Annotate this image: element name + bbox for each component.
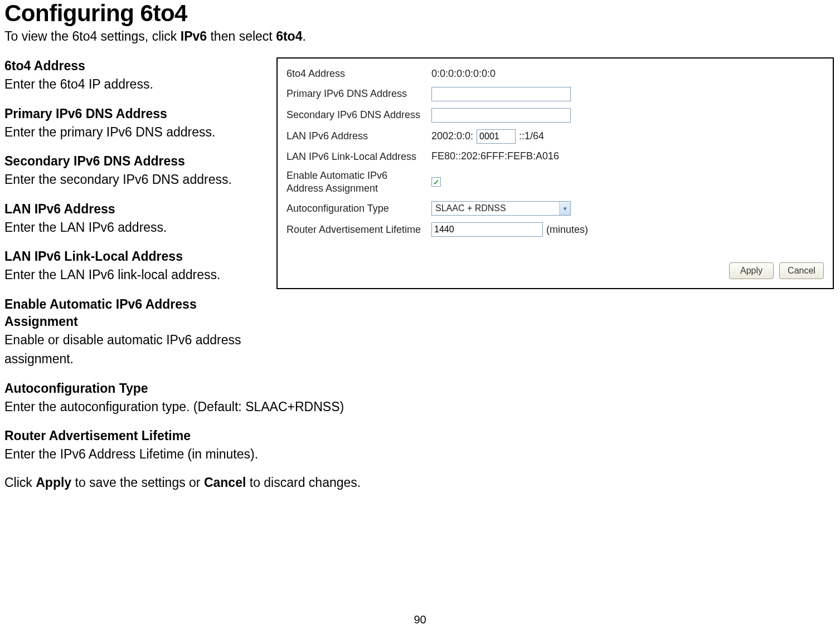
intro-pre: To view the 6to4 settings, click: [4, 29, 181, 43]
row-secondary-dns: Secondary IPv6 DNS Address: [287, 105, 824, 126]
intro-mid: then select: [207, 29, 276, 43]
apply-button[interactable]: Apply: [729, 262, 774, 279]
router-adv-unit: (minutes): [546, 224, 588, 236]
def-desc: Enter the IPv6 Address Lifetime (in minu…: [4, 445, 836, 464]
intro-post: .: [302, 29, 305, 43]
value-6to4: 0:0:0:0:0:0:0:0: [431, 68, 496, 80]
row-autoconf-type: Autoconfiguration Type SLAAC + RDNSS ▾: [287, 198, 824, 219]
final-cancel: Cancel: [204, 475, 246, 490]
secondary-dns-input[interactable]: [431, 108, 571, 123]
page-number: 90: [0, 613, 840, 626]
def-lan-ipv6: LAN IPv6 Address Enter the LAN IPv6 addr…: [4, 201, 261, 237]
enable-auto-checkbox[interactable]: ✓: [431, 177, 441, 187]
label-secondary-dns: Secondary IPv6 DNS Address: [287, 109, 431, 121]
def-desc: Enter the LAN IPv6 link-local address.: [4, 265, 261, 285]
def-desc: Enter the LAN IPv6 address.: [4, 218, 261, 237]
value-lan-linklocal: FE80::202:6FFF:FEFB:A016: [431, 150, 559, 162]
intro-6to4: 6to4: [276, 29, 302, 43]
def-lan-linklocal: LAN IPv6 Link-Local Address Enter the LA…: [4, 248, 261, 285]
intro-text: To view the 6to4 settings, click IPv6 th…: [4, 29, 836, 44]
def-term: LAN IPv6 Address: [4, 201, 261, 218]
label-router-adv: Router Advertisement Lifetime: [287, 223, 431, 236]
def-term: LAN IPv6 Link-Local Address: [4, 248, 261, 265]
row-primary-dns: Primary IPv6 DNS Address: [287, 84, 824, 105]
label-lan-linklocal: LAN IPv6 Link-Local Address: [287, 150, 431, 163]
intro-ipv6: IPv6: [181, 29, 207, 43]
def-desc: Enter the secondary IPv6 DNS address.: [4, 170, 261, 189]
autoconf-type-select[interactable]: SLAAC + RDNSS ▾: [431, 201, 571, 216]
label-enable-auto: Enable Automatic IPv6 Address Assignment: [287, 169, 431, 194]
def-desc: Enter the 6to4 IP address.: [4, 75, 261, 94]
def-desc: Enable or disable automatic IPv6 address…: [4, 330, 261, 369]
panel-footer: Apply Cancel: [287, 240, 824, 281]
def-term: Router Advertisement Lifetime: [4, 427, 836, 445]
definitions-column: 6to4 Address Enter the 6to4 IP address. …: [4, 57, 261, 380]
settings-panel: 6to4 Address 0:0:0:0:0:0:0:0 Primary IPv…: [276, 57, 834, 289]
label-autoconf-type: Autoconfiguration Type: [287, 202, 431, 215]
final-apply: Apply: [36, 475, 71, 490]
row-lan-ipv6: LAN IPv6 Address 2002:0:0: ::1/64: [287, 126, 824, 147]
def-term: 6to4 Address: [4, 57, 261, 75]
autoconf-type-value: SLAAC + RDNSS: [435, 203, 506, 213]
cancel-button[interactable]: Cancel: [779, 262, 824, 279]
page-title: Configuring 6to4: [4, 0, 836, 27]
final-instruction: Click Apply to save the settings or Canc…: [4, 475, 836, 490]
label-primary-dns: Primary IPv6 DNS Address: [287, 87, 431, 100]
router-adv-input[interactable]: [431, 222, 543, 237]
def-desc: Enter the autoconfiguration type. (Defau…: [4, 397, 836, 417]
def-router-adv: Router Advertisement Lifetime Enter the …: [4, 427, 836, 464]
def-term: Secondary IPv6 DNS Address: [4, 153, 261, 170]
final-mid: to save the settings or: [71, 475, 204, 490]
def-6to4-address: 6to4 Address Enter the 6to4 IP address.: [4, 57, 261, 94]
def-enable-auto: Enable Automatic IPv6 Address Assignment…: [4, 296, 261, 369]
row-enable-auto: Enable Automatic IPv6 Address Assignment…: [287, 166, 824, 198]
def-desc: Enter the primary IPv6 DNS address.: [4, 123, 261, 142]
row-lan-linklocal: LAN IPv6 Link-Local Address FE80::202:6F…: [287, 147, 824, 167]
row-6to4-address: 6to4 Address 0:0:0:0:0:0:0:0: [287, 64, 824, 84]
def-term: Autoconfiguration Type: [4, 380, 836, 397]
lan-suffix: ::1/64: [519, 130, 544, 142]
lan-prefix: 2002:0:0:: [431, 130, 473, 142]
final-post: to discard changes.: [246, 475, 361, 490]
label-lan-ipv6: LAN IPv6 Address: [287, 130, 431, 143]
lan-segment-input[interactable]: [477, 129, 516, 144]
final-pre: Click: [4, 475, 36, 490]
row-router-adv: Router Advertisement Lifetime (minutes): [287, 219, 824, 240]
def-primary-dns: Primary IPv6 DNS Address Enter the prima…: [4, 105, 261, 142]
def-term: Primary IPv6 DNS Address: [4, 105, 261, 123]
chevron-down-icon: ▾: [559, 202, 570, 215]
def-autoconf-type: Autoconfiguration Type Enter the autocon…: [4, 380, 836, 417]
label-6to4: 6to4 Address: [287, 67, 431, 80]
primary-dns-input[interactable]: [431, 87, 571, 101]
def-term: Enable Automatic IPv6 Address Assignment: [4, 296, 261, 330]
def-secondary-dns: Secondary IPv6 DNS Address Enter the sec…: [4, 153, 261, 189]
